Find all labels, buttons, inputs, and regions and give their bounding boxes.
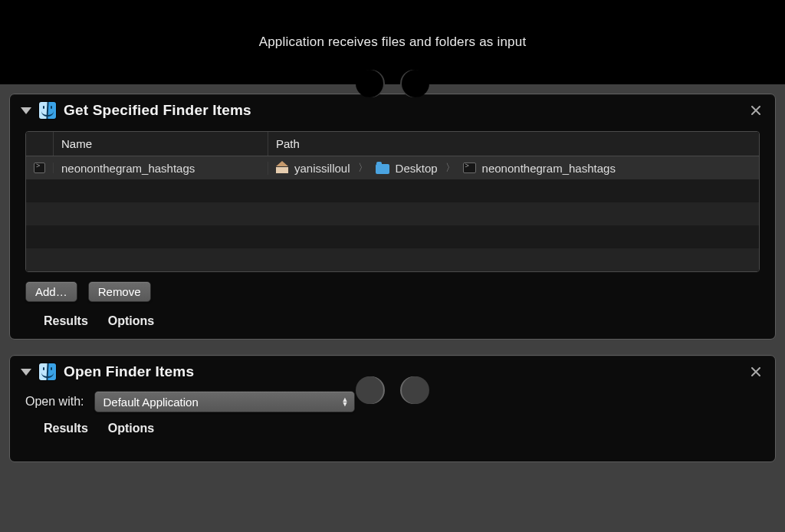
path-segment-label: yanissilloul (294, 162, 350, 175)
flow-connector-icon (370, 74, 415, 97)
table-body[interactable]: neononthegram_hashtags yanissilloul 〉 De… (26, 156, 759, 271)
row-icon-cell (26, 163, 54, 173)
finder-icon (39, 363, 56, 380)
flow-connector-icon (370, 379, 415, 402)
action-title: Get Specified Finder Items (64, 102, 251, 119)
row-path-cell: yanissilloul 〉 Desktop 〉 neononthegram_h… (268, 161, 759, 175)
workflow-input-header: Application receives files and folders a… (0, 0, 785, 84)
close-icon (751, 106, 760, 115)
close-action-button[interactable] (747, 363, 764, 380)
close-action-button[interactable] (747, 102, 764, 119)
close-icon (751, 367, 760, 376)
row-name-cell: neononthegram_hashtags (54, 162, 268, 175)
table-row[interactable]: neononthegram_hashtags yanissilloul 〉 De… (26, 156, 759, 179)
folder-icon (376, 164, 389, 174)
chevron-right-icon: 〉 (356, 161, 370, 175)
options-tab[interactable]: Options (108, 314, 154, 328)
path-segment-label: neononthegram_hashtags (482, 162, 616, 175)
remove-button[interactable]: Remove (88, 281, 151, 302)
finder-items-table[interactable]: Name Path neononthegram_hashtags yanissi… (25, 131, 760, 272)
action-get-specified-finder-items[interactable]: Get Specified Finder Items Name Path (9, 94, 776, 340)
updown-stepper-icon: ▲▼ (337, 397, 349, 406)
chevron-right-icon: 〉 (444, 161, 457, 175)
disclosure-triangle-icon[interactable] (21, 107, 31, 114)
open-with-select[interactable]: Default Application ▲▼ (94, 391, 355, 412)
workflow-actions-area[interactable]: Get Specified Finder Items Name Path (0, 84, 785, 532)
disclosure-triangle-icon[interactable] (21, 369, 31, 376)
table-header: Name Path (26, 132, 759, 156)
results-tab[interactable]: Results (44, 422, 88, 435)
action-footer: Results Options (10, 310, 775, 339)
home-icon (276, 163, 288, 173)
workflow-input-description: Application receives files and folders a… (259, 34, 527, 50)
finder-icon (39, 102, 56, 119)
column-name[interactable]: Name (54, 132, 268, 156)
action-titlebar[interactable]: Get Specified Finder Items (10, 94, 775, 123)
action-footer: Results Options (10, 417, 775, 446)
open-with-label: Open with: (25, 395, 84, 409)
options-tab[interactable]: Options (108, 422, 154, 435)
column-path[interactable]: Path (268, 132, 759, 156)
path-segment-label: Desktop (396, 162, 438, 175)
terminal-icon (463, 163, 476, 173)
table-row[interactable] (26, 248, 759, 271)
action-title: Open Finder Items (64, 363, 194, 380)
action-open-finder-items[interactable]: Open Finder Items Open with: Default App… (9, 355, 776, 462)
table-button-row: Add… Remove (10, 281, 775, 310)
add-button[interactable]: Add… (25, 281, 77, 302)
results-tab[interactable]: Results (44, 314, 88, 328)
table-row[interactable] (26, 225, 759, 248)
table-row[interactable] (26, 179, 759, 202)
terminal-icon (34, 163, 45, 173)
automator-workflow-canvas: Application receives files and folders a… (0, 0, 785, 532)
table-row[interactable] (26, 202, 759, 225)
column-icon[interactable] (26, 132, 54, 156)
open-with-value: Default Application (103, 396, 198, 409)
